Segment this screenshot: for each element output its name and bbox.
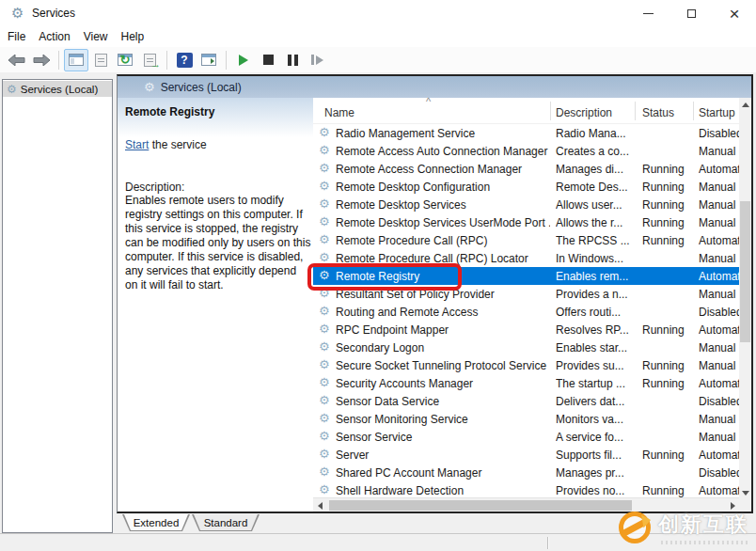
service-row[interactable]: Remote Access Connection Manager Manages…	[313, 160, 739, 178]
service-startup-type: Automatic	[699, 234, 739, 247]
restart-service-button[interactable]	[305, 49, 329, 71]
start-service-link[interactable]: Start	[125, 138, 149, 151]
service-gear-icon	[319, 323, 330, 336]
refresh-button[interactable]	[113, 49, 137, 71]
properties-button[interactable]	[88, 49, 113, 71]
stop-icon	[263, 55, 274, 65]
service-row[interactable]: Shared PC Account Manager Manages pr... …	[313, 464, 739, 481]
service-description-pane: Remote Registry Start the service Descri…	[125, 98, 311, 292]
console-tree-panel: Services (Local)	[2, 79, 113, 533]
service-startup-type: Manual	[699, 145, 739, 158]
column-header-status[interactable]: Status	[642, 106, 674, 119]
column-header-startup[interactable]: Startup	[699, 106, 735, 119]
service-gear-icon	[319, 126, 330, 139]
service-description: Provides a n...	[556, 288, 637, 301]
service-row[interactable]: Remote Registry Enables rem... Automatic	[313, 267, 739, 285]
scroll-left-button[interactable]	[313, 498, 326, 512]
pause-icon	[288, 55, 298, 66]
service-gear-icon	[319, 162, 330, 175]
menu-item[interactable]: File	[8, 27, 34, 46]
vertical-scrollbar-thumb[interactable]	[740, 201, 750, 342]
up-arrow-icon	[742, 102, 749, 107]
close-button[interactable]	[713, 0, 756, 26]
close-icon	[729, 5, 739, 23]
service-description: In Windows...	[556, 252, 637, 265]
service-startup-type: Automatic	[699, 163, 739, 176]
service-description: Monitors va...	[556, 413, 637, 426]
service-row[interactable]: Security Accounts Manager The startup ..…	[313, 374, 739, 392]
service-gear-icon	[319, 465, 330, 479]
service-description: Manages di...	[556, 163, 637, 176]
horizontal-scrollbar-thumb[interactable]	[329, 500, 632, 511]
extended-view-content: Remote Registry Start the service Descri…	[118, 98, 751, 512]
service-gear-icon	[319, 269, 330, 282]
scroll-up-button[interactable]	[739, 98, 751, 111]
service-description: Enables star...	[556, 341, 637, 354]
service-row[interactable]: Remote Access Auto Connection Manager Cr…	[313, 142, 739, 160]
play-icon	[239, 55, 248, 66]
service-row[interactable]: Sensor Data Service Delivers dat... Disa…	[313, 392, 739, 410]
service-name: Remote Procedure Call (RPC)	[336, 234, 550, 247]
show-console-tree-button[interactable]	[64, 49, 88, 71]
service-row[interactable]: Server Supports fil... Running Automatic	[313, 446, 739, 464]
service-row[interactable]: RPC Endpoint Mapper Resolves RP... Runni…	[313, 321, 739, 338]
forward-button[interactable]	[29, 49, 54, 71]
service-row[interactable]: Sensor Service A service fo... Manual	[313, 428, 739, 446]
service-name: Routing and Remote Access	[336, 306, 550, 319]
service-description: Enables rem...	[556, 270, 637, 283]
service-row[interactable]: Routing and Remote Access Offers routi..…	[313, 303, 739, 321]
service-action-line: Start the service	[125, 138, 311, 151]
stop-service-button[interactable]	[256, 49, 280, 71]
service-name: Sensor Monitoring Service	[336, 413, 550, 426]
column-header-description[interactable]: Description	[556, 106, 612, 119]
menu-item[interactable]: View	[84, 27, 117, 46]
start-service-button[interactable]	[231, 49, 256, 71]
menu-item[interactable]: Action	[39, 27, 78, 46]
service-row[interactable]: Secure Socket Tunneling Protocol Service…	[313, 356, 739, 374]
service-row[interactable]: Remote Desktop Configuration Remote Des.…	[313, 178, 739, 196]
service-description: Provides no...	[556, 484, 637, 497]
column-divider[interactable]	[635, 102, 636, 120]
service-name: Shell Hardware Detection	[336, 484, 550, 497]
service-row[interactable]: Radio Management Service Radio Mana... D…	[313, 124, 739, 142]
column-divider[interactable]	[550, 102, 551, 120]
service-startup-type: Automatic	[699, 377, 739, 390]
service-startup-type: Automatic	[699, 449, 739, 462]
export-list-button[interactable]	[137, 49, 162, 71]
service-status: Running	[642, 323, 691, 337]
services-list-panel: ^ Name Description Status Startup Radio …	[313, 98, 751, 512]
maximize-button[interactable]	[669, 0, 713, 26]
service-row[interactable]: Remote Procedure Call (RPC) Locator In W…	[313, 249, 739, 267]
maximize-icon	[687, 9, 696, 18]
back-button[interactable]	[5, 49, 29, 71]
service-row[interactable]: Resultant Set of Policy Provider Provide…	[313, 285, 739, 303]
menu-item[interactable]: Help	[121, 27, 153, 46]
service-gear-icon	[319, 305, 330, 318]
service-row[interactable]: Secondary Logon Enables star... Manual	[313, 338, 739, 356]
vertical-scrollbar[interactable]	[739, 98, 751, 499]
window-title: Services	[32, 7, 75, 20]
service-row[interactable]: Remote Procedure Call (RPC) The RPCSS ..…	[313, 231, 739, 249]
restart-icon	[311, 55, 323, 65]
minimize-button[interactable]	[626, 0, 669, 26]
view-tab[interactable]: Standard	[192, 514, 260, 531]
service-startup-type: Manual	[699, 359, 739, 372]
service-row[interactable]: Remote Desktop Services UserMode Port ..…	[313, 213, 739, 231]
help-icon	[177, 53, 193, 68]
service-description: Provides su...	[556, 359, 637, 372]
column-divider[interactable]	[693, 102, 694, 120]
service-status: Running	[642, 449, 691, 462]
list-column-headers: ^ Name Description Status Startup	[313, 98, 739, 124]
column-header-name[interactable]: Name	[324, 106, 354, 119]
show-extended-view-button[interactable]	[197, 49, 221, 71]
service-description: Supports fil...	[556, 449, 637, 462]
service-gear-icon	[319, 394, 330, 407]
tree-item-services-local[interactable]: Services (Local)	[3, 81, 112, 97]
export-arrow-icon	[150, 58, 161, 70]
help-button[interactable]	[172, 49, 197, 71]
refresh-icon	[120, 53, 131, 67]
view-tab[interactable]: Extended	[122, 514, 190, 531]
service-row[interactable]: Remote Desktop Services Allows user... R…	[313, 196, 739, 213]
service-row[interactable]: Sensor Monitoring Service Monitors va...…	[313, 410, 739, 428]
pause-service-button[interactable]	[280, 49, 305, 71]
